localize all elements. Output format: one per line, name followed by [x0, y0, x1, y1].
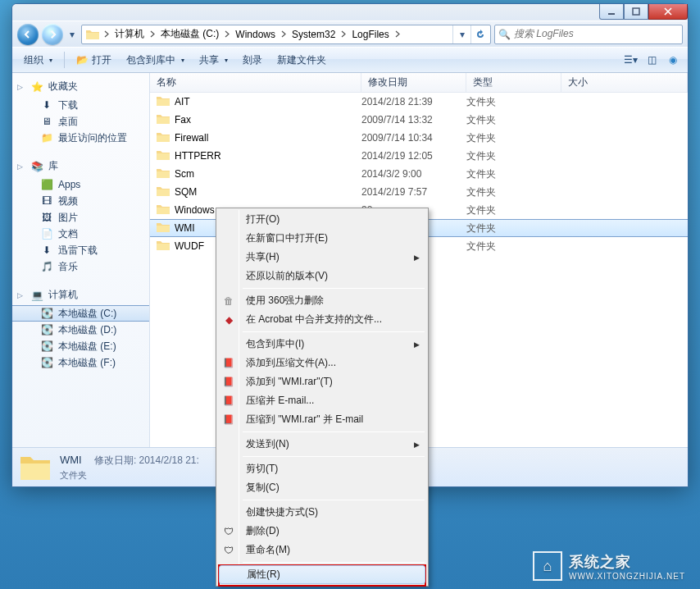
sidebar-item[interactable]: 💽本地磁盘 (F:) — [12, 354, 149, 371]
help-button[interactable]: ◉ — [663, 50, 683, 70]
column-size[interactable]: 大小 — [561, 73, 688, 92]
drive-icon: 💽 — [40, 340, 53, 353]
folder-icon — [157, 131, 170, 144]
open-button[interactable]: 📂打开 — [70, 50, 118, 70]
sidebar-item[interactable]: 💽本地磁盘 (E:) — [12, 338, 149, 354]
sidebar-item[interactable]: 🎵音乐 — [12, 258, 149, 275]
context-menu-item[interactable]: 📕添加到 "WMI.rar"(T) — [218, 372, 426, 391]
sidebar-item[interactable]: 🟩Apps — [12, 176, 149, 193]
breadcrumb-segment[interactable]: Windows — [232, 25, 279, 43]
context-menu-item[interactable]: 🛡重命名(M) — [218, 541, 426, 559]
context-menu-item[interactable]: 包含到库中(I)▶ — [218, 335, 426, 354]
file-row[interactable]: Firewall2009/7/14 10:34文件夹 — [150, 129, 688, 147]
context-menu-item[interactable]: 在新窗口中打开(E) — [218, 229, 426, 248]
breadcrumb-sep[interactable] — [222, 25, 232, 43]
sidebar-item[interactable]: 💽本地磁盘 (C:) — [12, 305, 149, 322]
sidebar-libraries-header[interactable]: ▷📚库 — [12, 158, 149, 176]
breadcrumb-segment[interactable]: 计算机 — [111, 25, 148, 43]
file-row[interactable]: Fax2009/7/14 13:32文件夹 — [150, 111, 688, 129]
sidebar-libraries: ▷📚库 🟩Apps🎞视频🖼图片📄文档⬇迅雷下载🎵音乐 — [12, 158, 149, 275]
burn-button[interactable]: 刻录 — [236, 50, 269, 70]
history-dropdown[interactable]: ▾ — [66, 26, 78, 43]
rar-icon: 📕 — [222, 376, 235, 389]
maximize-button[interactable] — [624, 4, 648, 20]
file-row[interactable]: Scm2014/3/2 9:00文件夹 — [150, 165, 688, 183]
file-row[interactable]: AIT2014/2/18 21:39文件夹 — [150, 93, 688, 111]
context-menu-item[interactable]: 创建快捷方式(S) — [218, 503, 426, 522]
context-menu-item[interactable]: 还原以前的版本(V) — [218, 267, 426, 285]
sidebar-favorites-header[interactable]: ▷⭐收藏夹 — [12, 78, 149, 97]
refresh-button[interactable] — [470, 25, 489, 43]
rar-icon: 📕 — [222, 357, 235, 370]
sidebar-item[interactable]: 🖥桌面 — [12, 113, 149, 130]
address-bar[interactable]: 计算机本地磁盘 (C:)WindowsSystem32LogFiles ▾ — [81, 25, 491, 44]
folder-large-icon — [19, 451, 52, 484]
sidebar-item[interactable]: 📁最近访问的位置 — [12, 130, 149, 146]
context-menu-item[interactable]: 📕压缩到 "WMI.rar" 并 E-mail — [218, 410, 426, 429]
breadcrumb-segment[interactable]: System32 — [289, 25, 339, 43]
preview-pane-button[interactable]: ◫ — [642, 50, 661, 70]
drive-icon: 💽 — [40, 323, 53, 336]
sidebar-item[interactable]: 📄文档 — [12, 226, 149, 242]
svg-rect-0 — [608, 13, 615, 15]
sidebar-item[interactable]: ⬇迅雷下载 — [12, 242, 149, 258]
breadcrumb-sep[interactable] — [279, 25, 289, 43]
desktop-icon: 🖥 — [40, 115, 53, 128]
share-button[interactable]: 共享 — [193, 50, 234, 70]
folder-icon — [157, 221, 170, 235]
acrobat-icon: ◆ — [222, 313, 235, 326]
context-menu-item[interactable]: 发送到(N)▶ — [218, 435, 426, 454]
new-folder-button[interactable]: 新建文件夹 — [270, 50, 333, 70]
address-dropdown[interactable]: ▾ — [452, 25, 470, 43]
breadcrumb-sep[interactable] — [148, 25, 157, 43]
sidebar-computer-header[interactable]: ▷💻计算机 — [12, 286, 149, 305]
titlebar[interactable] — [12, 4, 688, 21]
context-menu-item[interactable]: 📕压缩并 E-mail... — [218, 391, 426, 410]
folder-icon — [86, 28, 99, 41]
close-button[interactable] — [648, 4, 688, 20]
breadcrumb-sep[interactable] — [102, 25, 111, 43]
file-row[interactable]: SQM2014/2/19 7:57文件夹 — [150, 183, 688, 201]
minimize-button[interactable] — [599, 4, 624, 20]
include-library-button[interactable]: 包含到库中 — [120, 50, 191, 70]
breadcrumb-segment[interactable]: LogFiles — [348, 25, 392, 43]
context-menu-item[interactable]: 🛡删除(D) — [218, 522, 426, 541]
video-icon: 🎞 — [40, 194, 53, 208]
column-type[interactable]: 类型 — [466, 73, 561, 92]
sidebar-item[interactable]: 🎞视频 — [12, 193, 149, 209]
folder-icon — [157, 95, 170, 108]
submenu-arrow-icon: ▶ — [414, 253, 420, 262]
sidebar-item[interactable]: 🖼图片 — [12, 209, 149, 226]
context-menu-item[interactable]: 属性(R) — [219, 565, 425, 584]
context-menu-item[interactable]: 打开(O) — [218, 210, 426, 229]
folder-icon — [157, 185, 170, 199]
breadcrumb-segment[interactable]: 本地磁盘 (C:) — [157, 25, 222, 43]
search-input[interactable]: 🔍搜索 LogFiles — [494, 25, 683, 44]
context-menu-item[interactable]: 🗑使用 360强力删除 — [218, 291, 426, 310]
organize-button[interactable]: 组织 — [17, 50, 59, 70]
doc-icon: 📄 — [40, 227, 53, 240]
context-menu-item[interactable]: 共享(H)▶ — [218, 248, 426, 267]
column-name[interactable]: 名称 — [150, 73, 361, 92]
search-placeholder: 搜索 LogFiles — [514, 27, 574, 41]
sidebar-item[interactable]: 💽本地磁盘 (D:) — [12, 322, 149, 338]
context-menu-item[interactable]: 📕添加到压缩文件(A)... — [218, 354, 426, 372]
file-row[interactable]: HTTPERR2014/2/19 12:05文件夹 — [150, 147, 688, 165]
submenu-arrow-icon: ▶ — [414, 340, 420, 349]
breadcrumb-sep[interactable] — [393, 25, 402, 43]
music-icon: 🎵 — [40, 260, 53, 273]
context-menu-item[interactable]: 复制(C) — [218, 478, 426, 497]
download-icon: ⬇ — [40, 98, 53, 112]
details-title: WMI — [60, 454, 82, 466]
watermark: ⌂ 系统之家WWW.XITONGZHIJIA.NET — [533, 551, 685, 581]
360-icon: 🗑 — [222, 294, 235, 308]
context-menu-item[interactable]: ◆在 Acrobat 中合并支持的文件... — [218, 310, 426, 329]
breadcrumb-sep[interactable] — [339, 25, 348, 43]
sidebar-item[interactable]: ⬇下载 — [12, 97, 149, 113]
rar-icon: 📕 — [222, 395, 235, 408]
context-menu-item[interactable]: 剪切(T) — [218, 459, 426, 478]
view-button[interactable]: ☰▾ — [620, 50, 640, 70]
column-date[interactable]: 修改日期 — [361, 73, 466, 92]
forward-button[interactable] — [42, 24, 63, 45]
back-button[interactable] — [17, 24, 39, 45]
